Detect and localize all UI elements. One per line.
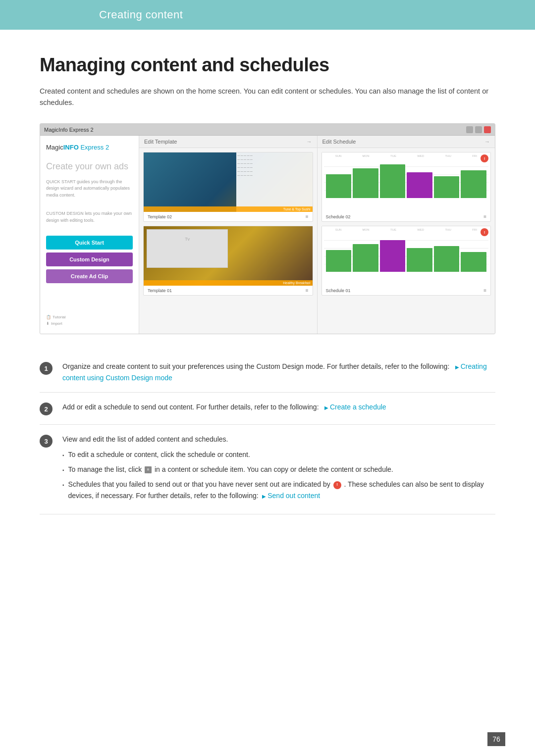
menu-inline-icon: ≡ [145,466,152,473]
import-icon: ⬇ [46,321,50,326]
template-02[interactable]: — — — — — — — — — — — — — — — — — — — — … [143,152,313,222]
annotation-content-3: View and edit the list of added content … [62,434,495,505]
schedule-01[interactable]: ! SUNMONTUEWEDTHUFRI [321,226,491,296]
template-01-name: Template 01 [148,288,172,293]
annotation-number-2: 2 [40,403,53,415]
schedule-02-thumb: ! SUNMONTUEWEDTHUFRI [322,152,491,212]
schedule-02[interactable]: ! SUNMONTUEWEDTHUFRI [321,152,491,222]
template-02-list: — — — — — — — — — — — — — — — — — — — — … [236,152,312,212]
schedule-list: ! SUNMONTUEWEDTHUFRI [318,148,495,334]
bar2-2 [353,244,378,272]
annotation-bullet-1-text: To edit a schedule or content, click the… [68,449,250,460]
page-heading: Managing content and schedules [40,54,495,76]
center-panel-label: Edit Template [144,139,177,145]
annotation-2-link[interactable]: Create a schedule [324,403,386,411]
logo-magic: Magic [46,144,63,151]
bar1-2 [353,168,378,198]
chart1-header: SUNMONTUEWEDTHUFRI [324,154,489,157]
template-01[interactable]: Tv Healthy Breakfast Template 01 ≡ [143,226,313,296]
bar1-5 [434,176,460,198]
app-description-quick: QUICK START guides you through the desig… [46,179,133,199]
bar2-1 [326,250,352,272]
annotation-number-1: 1 [40,362,53,375]
sidebar-footer: 📋 Tutorial ⬇ Import [46,315,133,326]
schedule-01-name: Schedule 01 [326,288,351,293]
annotation-3-link[interactable]: Send out content [262,492,320,500]
annotation-3-bullets: ▪ To edit a schedule or content, click t… [62,449,495,502]
annotation-bullet-3: ▪ Schedules that you failed to send out … [62,479,495,501]
bar2-5 [434,246,460,272]
annotations: 1 Organize and create content to suit yo… [40,352,495,514]
annotation-number-3: 3 [40,435,53,448]
app-tagline: Create your own ads [46,161,133,172]
titlebar-min-btn [466,126,473,133]
template-02-label-overlay: Tune & Top Sushi [144,206,313,212]
template-02-footer: Template 02 ≡ [144,212,313,221]
bullet-marker-2: ▪ [62,466,64,474]
right-panel-header: Edit Schedule → [318,136,495,148]
app-logo: MagicINFO Express 2 [46,144,133,151]
center-panel-arrow: → [307,139,312,145]
quick-start-button[interactable]: Quick Start [46,236,133,250]
tutorial-icon: 📋 [46,315,51,319]
annotation-1-text: Organize and create content to suit your… [62,362,449,370]
bar1-6 [461,170,486,198]
right-panel: Edit Schedule → ! SUNMONTUEWEDTHUFRI [318,136,495,334]
annotation-content-2: Add or edit a schedule to send out conte… [62,402,495,412]
titlebar-text: MagicInfo Express 2 [44,127,94,133]
bar1-1 [326,174,352,198]
chart2-body [324,232,489,272]
schedule-01-menu-icon[interactable]: ≡ [483,288,486,293]
annotation-bullet-2-text: To manage the list, click ≡ in a content… [68,464,393,475]
page-description: Created content and schedules are shown … [40,86,495,108]
titlebar-close-btn [484,126,491,133]
template-01-label-overlay: Healthy Breakfast [144,280,313,286]
schedule-01-footer: Schedule 01 ≡ [322,286,491,295]
app-screenshot: MagicInfo Express 2 MagicINFO Express 2 … [40,123,495,334]
bullet-marker-1: ▪ [62,452,64,459]
annotation-2-text: Add or edit a schedule to send out conte… [62,403,319,411]
tutorial-item: 📋 Tutorial [46,315,133,319]
logo-info: INFO [63,144,79,151]
schedule-02-footer: Schedule 02 ≡ [322,212,491,221]
chart2-header: SUNMONTUEWEDTHUFRI [324,228,489,231]
template-02-menu-icon[interactable]: ≡ [306,214,309,219]
annotation-bullet-1: ▪ To edit a schedule or content, click t… [62,449,495,460]
annotation-3-intro: View and edit the list of added content … [62,434,495,445]
custom-design-button[interactable]: Custom Design [46,252,133,266]
template-01-placeholder: Tv [147,229,228,268]
header-title: Creating content [99,8,183,21]
schedule-01-thumb: ! SUNMONTUEWEDTHUFRI [322,226,491,286]
titlebar-buttons [466,126,491,133]
chart1-body [324,158,489,198]
titlebar-max-btn [475,126,482,133]
annotation-row-1: 1 Organize and create content to suit yo… [40,352,495,393]
logo-express: Express 2 [80,144,109,151]
screenshot-titlebar: MagicInfo Express 2 [40,124,495,136]
screenshot-wrapper: 1 2 3 MagicInfo Express 2 MagicINFO [40,123,495,334]
tutorial-label: Tutorial [53,315,65,319]
schedule-02-menu-icon[interactable]: ≡ [483,214,486,219]
annotation-bullet-2: ▪ To manage the list, click ≡ in a conte… [62,464,495,475]
screenshot-body: MagicINFO Express 2 Create your own ads … [40,136,495,334]
template-01-menu-icon[interactable]: ≡ [306,288,309,293]
annotation-bullet-3-text: Schedules that you failed to send out or… [68,479,495,501]
template-list: — — — — — — — — — — — — — — — — — — — — … [139,148,317,334]
import-item: ⬇ Import [46,321,133,326]
center-panel: Edit Template → — — — — — — — — — — [139,136,318,334]
bullet-marker-3: ▪ [62,481,64,489]
annotation-row-2: 2 Add or edit a schedule to send out con… [40,393,495,425]
main-content: Managing content and schedules Created c… [0,30,535,544]
bar2-3 [380,240,406,272]
create-ad-button[interactable]: Create Ad Clip [46,269,133,283]
right-panel-label: Edit Schedule [322,139,356,145]
bar2-4 [407,248,432,272]
template-01-footer: Template 01 ≡ [144,286,313,295]
template-01-thumb: Tv Healthy Breakfast [144,226,313,286]
alert-inline-icon: ! [333,481,341,489]
bar2-6 [461,252,486,272]
app-sidebar: MagicINFO Express 2 Create your own ads … [40,136,139,334]
header-bar: Creating content [0,0,535,30]
right-panel-arrow: → [484,139,490,145]
import-label: Import [51,321,62,326]
